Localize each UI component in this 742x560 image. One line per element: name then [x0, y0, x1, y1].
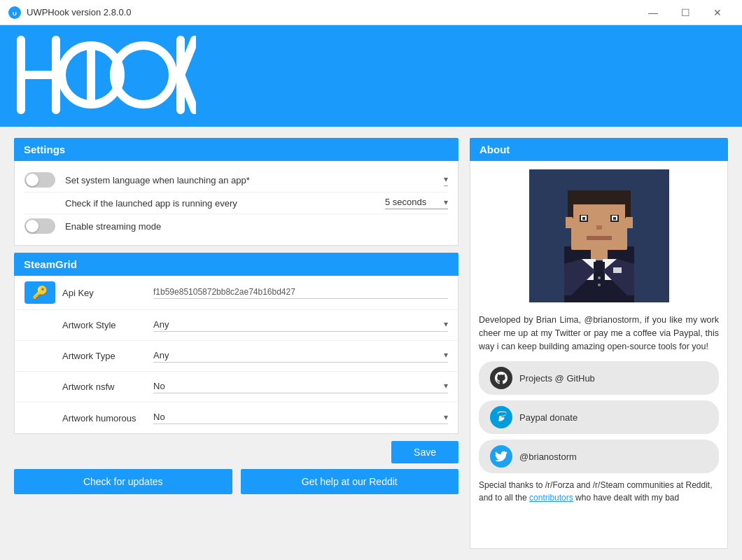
artwork-type-row: Artwork Type Any ▾	[15, 341, 458, 372]
svg-rect-14	[568, 190, 631, 204]
app-banner	[0, 25, 742, 127]
window-title: UWPHook version 2.8.0.0	[27, 7, 637, 18]
artwork-nsfw-label: Artwork nsfw	[62, 382, 146, 392]
streaming-setting-row: Enable streaming mode	[24, 214, 448, 238]
get-help-button[interactable]: Get help at our Reddit	[241, 469, 459, 494]
settings-header: Settings	[14, 138, 458, 161]
check-interval-value: 5 seconds	[385, 197, 441, 207]
check-updates-button[interactable]: Check for updates	[14, 469, 232, 494]
artwork-style-label: Artwork Style	[62, 320, 146, 330]
svg-point-35	[598, 284, 601, 286]
artwork-nsfw-arrow: ▾	[444, 381, 448, 391]
check-interval-dropdown[interactable]: 5 seconds ▾	[385, 197, 448, 209]
twitter-button[interactable]: @brianostorm	[479, 440, 719, 473]
language-setting-row: Set system language when launching an ap…	[24, 168, 448, 192]
api-key-value: f1b59e85105872bb8c2ae74b16bd427	[153, 287, 448, 299]
artwork-style-row: Artwork Style Any ▾	[15, 310, 458, 341]
language-setting-label: Set system language when launching an ap…	[65, 175, 444, 186]
artwork-style-dropdown[interactable]: Any ▾	[153, 319, 448, 332]
api-key-row: 🔑 Api Key f1b59e85105872bb8c2ae74b16bd42…	[15, 276, 458, 310]
artwork-nsfw-dropdown[interactable]: No ▾	[153, 381, 448, 393]
save-actions: Save	[14, 434, 458, 469]
paypal-icon	[490, 406, 512, 428]
language-toggle[interactable]	[24, 172, 55, 188]
artwork-humorous-label: Artwork humorous	[62, 413, 146, 424]
artwork-nsfw-row: Artwork nsfw No ▾	[15, 372, 458, 402]
streaming-toggle[interactable]	[24, 218, 55, 234]
api-key-label: Api Key	[62, 288, 146, 298]
settings-section: Settings Set system language when launch…	[14, 138, 458, 246]
right-panel: About	[470, 138, 728, 549]
github-icon	[490, 367, 512, 389]
svg-rect-21	[582, 217, 585, 220]
svg-rect-16	[625, 190, 631, 218]
svg-rect-22	[613, 217, 616, 220]
contributors-link[interactable]: contributors	[529, 493, 573, 503]
artwork-humorous-arrow: ▾	[444, 412, 448, 422]
svg-point-34	[598, 276, 601, 279]
about-header: About	[470, 138, 728, 161]
titlebar: U UWPHook version 2.8.0.0 — ☐ ✕	[0, 0, 742, 25]
bottom-buttons: Check for updates Get help at our Reddit	[14, 469, 458, 498]
twitter-label: @brianostorm	[519, 451, 577, 462]
svg-rect-36	[613, 267, 622, 273]
steamgrid-section: SteamGrid 🔑 Api Key f1b59e85105872bb8c2a…	[14, 253, 458, 434]
artwork-type-arrow: ▾	[444, 350, 448, 360]
svg-rect-26	[626, 217, 633, 228]
app-logo	[14, 33, 196, 120]
minimize-button[interactable]: —	[637, 0, 669, 25]
settings-body: Set system language when launching an ap…	[14, 161, 458, 246]
about-description: Developed by Brian Lima, @brianostorm, i…	[479, 314, 719, 353]
special-thanks-text2: who have dealt with my bad	[575, 493, 679, 503]
save-button[interactable]: Save	[391, 441, 458, 463]
svg-rect-25	[566, 217, 573, 228]
github-button[interactable]: Projects @ GitHub	[479, 361, 719, 395]
about-body: Developed by Brian Lima, @brianostorm, i…	[470, 161, 728, 549]
check-interval-label: Check if the launched app is running eve…	[65, 198, 385, 209]
language-dropdown-arrow: ▾	[444, 174, 448, 184]
artwork-humorous-dropdown[interactable]: No ▾	[153, 412, 448, 424]
paypal-button[interactable]: Paypal donate	[479, 400, 719, 434]
paypal-label: Paypal donate	[519, 412, 578, 423]
svg-rect-24	[587, 236, 612, 240]
app-icon: U	[8, 6, 21, 19]
artwork-humorous-value: No	[153, 412, 444, 422]
artwork-style-value: Any	[153, 319, 444, 330]
artwork-type-dropdown[interactable]: Any ▾	[153, 350, 448, 363]
twitter-icon	[490, 445, 512, 468]
svg-rect-13	[571, 197, 627, 250]
artwork-nsfw-value: No	[153, 381, 444, 391]
artwork-style-arrow: ▾	[444, 319, 448, 329]
svg-text:U: U	[13, 10, 17, 17]
steamgrid-body: 🔑 Api Key f1b59e85105872bb8c2ae74b16bd42…	[14, 276, 458, 434]
github-label: Projects @ GitHub	[519, 373, 595, 384]
svg-rect-15	[568, 190, 573, 218]
avatar	[529, 169, 669, 305]
window-controls: — ☐ ✕	[637, 0, 734, 25]
api-key-button[interactable]: 🔑	[24, 281, 55, 304]
artwork-humorous-row: Artwork humorous No ▾	[15, 402, 458, 433]
check-interval-row: Check if the launched app is running eve…	[24, 192, 448, 214]
artwork-type-value: Any	[153, 350, 444, 360]
close-button[interactable]: ✕	[701, 0, 734, 25]
avatar-container	[479, 169, 719, 305]
left-panel: Settings Set system language when launch…	[14, 138, 458, 549]
special-thanks: Special thanks to /r/Forza and /r/Steam …	[479, 479, 719, 504]
main-content: Settings Set system language when launch…	[0, 127, 742, 560]
key-icon: 🔑	[32, 285, 48, 300]
artwork-type-label: Artwork Type	[62, 351, 146, 361]
svg-rect-23	[596, 225, 602, 230]
streaming-label: Enable streaming mode	[65, 221, 448, 232]
check-interval-arrow: ▾	[444, 197, 448, 207]
maximize-button[interactable]: ☐	[669, 0, 701, 25]
language-dropdown[interactable]: ▾	[444, 174, 448, 186]
steamgrid-header: SteamGrid	[14, 253, 458, 276]
